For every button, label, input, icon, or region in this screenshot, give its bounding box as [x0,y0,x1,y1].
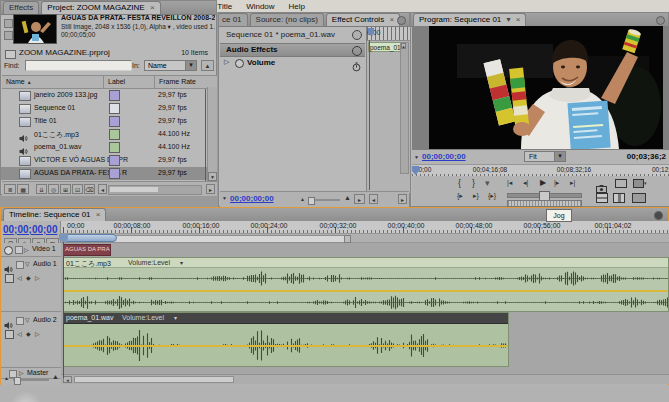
chevron-down-icon[interactable]: ▾ [554,152,565,161]
goto-out-button[interactable]: ▸| [570,179,575,187]
tab-program[interactable]: Program: Sequence 01 ▾ × [413,13,526,26]
chevron-down-icon[interactable]: ▾ [507,15,511,24]
show-keyframes-button[interactable] [5,330,14,339]
close-icon[interactable]: × [150,3,155,12]
loop-button[interactable]: {▸} [488,192,496,200]
in-dropdown[interactable]: Name ▾ [144,60,197,71]
output-menu-arrow-icon[interactable]: ▾ [644,180,647,186]
program-video-frame[interactable] [429,26,663,149]
play-edit-button[interactable]: {▸ [457,192,463,200]
label-color-swatch[interactable] [109,168,120,179]
track-lock-toggle[interactable] [16,317,24,325]
audio1-volume-line[interactable] [64,290,669,292]
new-item-button[interactable]: ⊡ [72,184,83,194]
tab-effect-controls[interactable]: Effect Controls × [326,13,400,26]
video1-clip[interactable]: AGUAS DA PRA [63,244,111,256]
track-name[interactable]: Audio 2 [33,316,57,323]
jog-disk[interactable] [507,200,582,207]
tab-source[interactable]: Source: (no clips) [250,13,324,26]
list-item-selected[interactable]: AGUAS DA PRATA- FESTA R 29,97 fps [1,167,207,180]
chevron-down-icon[interactable]: ▾ [180,259,183,266]
effects-circle-icon[interactable] [352,46,362,56]
collapse-icon[interactable]: ▽ [25,260,30,267]
track-lock-toggle[interactable] [16,261,24,269]
fit-dropdown[interactable]: Fit ▾ [524,151,566,162]
timeline-ruler[interactable]: 00;00 00;00;08;00 00;00;16;00 00;00;24;0… [61,221,669,234]
audio1-clip[interactable]: 01こころ.mp3 Volume:Level ▾ [63,257,669,312]
step-back-button[interactable]: ◂| [523,179,528,187]
set-in-button[interactable]: { [458,178,461,188]
step-forward-button[interactable]: |▸ [554,179,559,187]
add-keyframe-button[interactable]: ◆ [26,330,31,337]
stopwatch-icon[interactable] [352,58,361,76]
preview-thumbnail[interactable] [13,14,57,44]
mini-scroll-right-button[interactable]: ▸ [398,194,407,204]
prev-keyframe-button[interactable]: ◁ [17,330,22,337]
column-name[interactable]: Name ▲ [6,78,32,85]
column-divider[interactable] [103,76,104,88]
program-current-timecode[interactable]: 00;00;00;00 [422,152,466,161]
label-color-swatch[interactable] [109,142,120,153]
mini-scrollbar[interactable]: ▲ [400,42,409,174]
disclosure-icon[interactable]: ▷ [224,58,229,66]
scroll-down-button[interactable]: ▼ [208,172,217,181]
zoom-slider[interactable] [308,199,340,201]
scroll-left-button[interactable]: ◂ [63,376,72,383]
chevron-down-icon[interactable]: ▼ [222,195,227,201]
set-out-button[interactable]: } [472,178,475,188]
find-input[interactable] [25,60,132,71]
timeline-zoom-slider[interactable] [13,379,49,381]
play-button[interactable]: ▶ [540,178,546,187]
mini-scroll-left-button[interactable]: ◂ [369,194,378,204]
label-color-swatch[interactable] [109,90,120,101]
mini-ruler[interactable]: 00;00 [367,27,410,41]
tab-clipped[interactable]: ce 01 [219,13,248,26]
panel-menu-button[interactable] [397,16,406,25]
new-bin-button[interactable]: ⊞ [60,184,71,194]
scroll-thumb[interactable] [110,187,158,192]
safe-margins-button[interactable] [615,179,627,188]
zoom-out-icon[interactable]: ▲ [300,196,305,202]
viewing-area-bar[interactable] [63,234,117,242]
chevron-down-icon[interactable]: ▾ [185,61,196,70]
track-lock-toggle[interactable] [15,246,23,254]
track-name[interactable]: Audio 1 [33,260,57,267]
trim-button[interactable] [632,193,646,203]
shuttle-slider[interactable] [507,193,582,198]
goto-in-button[interactable]: |◂ [507,179,512,187]
icon-view-button[interactable]: ▦ [17,184,29,194]
play-audio-button[interactable]: ▸ [354,194,365,204]
audio2-clip[interactable]: poema_01.wav Volume:Level ▾ [63,312,509,367]
find-collapse-button[interactable]: ▲ [201,60,214,71]
list-item[interactable]: poema_01.wav 44.100 Hz [1,141,207,154]
menu-window[interactable]: Window [239,2,281,11]
preview-play-button[interactable] [4,19,13,28]
lift-button[interactable] [596,193,608,203]
column-label[interactable]: Label [108,78,125,85]
horizontal-scrollbar[interactable] [108,185,202,195]
set-marker-button[interactable]: ▾ [485,178,490,188]
zoom-slider-thumb[interactable] [308,197,315,205]
track-name[interactable]: Video 1 [32,245,56,252]
mini-clip[interactable]: poema_01. [368,42,402,52]
toggle-timeline-view-button[interactable] [352,30,362,40]
show-keyframes-button[interactable] [5,274,14,283]
extract-button[interactable] [613,193,625,203]
list-item[interactable]: 01こころ.mp3 44.100 Hz [1,128,207,141]
audio2-volume-line[interactable] [64,345,509,347]
panel-menu-button[interactable] [656,16,665,25]
scroll-left-button[interactable]: ◂ [98,184,107,194]
scroll-thumb[interactable] [74,376,234,383]
audio2-volume-label[interactable]: Volume:Level [122,314,164,321]
mini-playhead-line[interactable] [369,40,370,190]
toggle-track-output-icon[interactable] [4,246,13,255]
zoom-out-icon[interactable]: ▲ [4,375,9,381]
playhead-line[interactable] [63,242,64,378]
work-area-end-handle[interactable] [344,235,351,243]
list-item[interactable]: janeiro 2009 133.jpg 29,97 fps [1,89,207,102]
chevron-down-icon[interactable]: ▼ [414,154,419,160]
preview-poster-button[interactable] [4,31,13,40]
output-button[interactable] [633,179,644,188]
mini-scroll-up-button[interactable]: ▲ [401,43,406,49]
timeline-zoom-thumb[interactable] [14,377,21,385]
